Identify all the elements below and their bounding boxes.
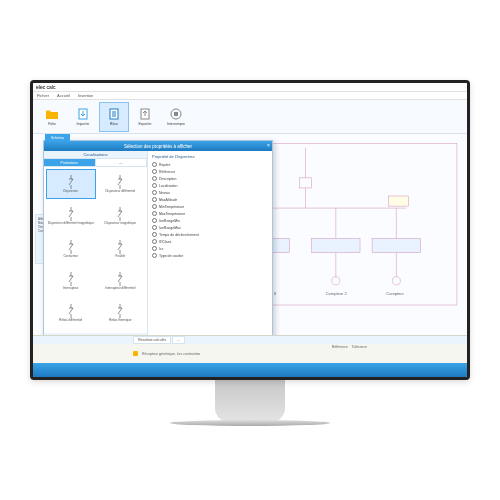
svg-rect-16: [372, 238, 420, 252]
prop-checkbox[interactable]: [152, 232, 157, 237]
prop-checkbox[interactable]: [152, 246, 157, 251]
svg-rect-7: [299, 178, 311, 188]
svg-point-21: [332, 277, 340, 285]
stop-icon: [169, 107, 183, 121]
col-tolerance: Tolérance: [352, 345, 367, 349]
svg-line-57: [69, 308, 73, 314]
breaker-icon: [66, 240, 76, 254]
ribbon-tabs: Fichier Accueil Insertion: [33, 92, 467, 100]
prop-checkbox[interactable]: [152, 183, 157, 188]
palette-header: Canalisations: [44, 151, 147, 159]
component-relais-thermique[interactable]: Relais thermique: [96, 299, 146, 329]
workarea: Compteur 3 Compteur 2 Compteur Altitude:…: [33, 134, 467, 363]
component-interrupteur[interactable]: Interrupteur: [46, 266, 96, 296]
prop-checkbox[interactable]: [152, 176, 157, 181]
export-icon: [138, 107, 152, 121]
tab-fichier[interactable]: Fichier: [37, 93, 49, 98]
svg-line-33: [69, 211, 73, 217]
prop-row-maxaltitude[interactable]: MaxAltitude: [152, 196, 268, 203]
prop-row-description[interactable]: Description: [152, 175, 268, 182]
prop-checkbox[interactable]: [152, 162, 157, 167]
property-list-header: Propriété de Disjoncteur: [152, 154, 268, 159]
ribbon-importer-button[interactable]: Importer: [68, 102, 98, 132]
component-relais-différentiel[interactable]: Relais différentiel: [46, 299, 96, 329]
import-icon: [76, 107, 90, 121]
component-fusible[interactable]: Fusible: [96, 234, 146, 264]
prop-checkbox[interactable]: [152, 169, 157, 174]
svg-rect-15: [312, 238, 360, 252]
svg-line-61: [118, 308, 122, 314]
component-disjoncteur-différentiel[interactable]: Disjoncteur différentiel: [96, 169, 146, 199]
prop-checkbox[interactable]: [152, 253, 157, 258]
prop-row-idclass[interactable]: IDClass: [152, 238, 268, 245]
results-panel: Résultats calculés ... Référence Toléran…: [33, 335, 467, 363]
component-contacteur[interactable]: Contacteur: [46, 234, 96, 264]
prop-checkbox[interactable]: [152, 190, 157, 195]
prop-checkbox[interactable]: [152, 225, 157, 230]
svg-line-45: [118, 244, 122, 250]
svg-line-29: [118, 179, 122, 185]
statusbar: [33, 363, 467, 377]
ribbon-interrompre-button[interactable]: Interrompre: [161, 102, 191, 132]
results-tab-2[interactable]: ...: [172, 336, 185, 344]
prop-checkbox[interactable]: [152, 211, 157, 216]
tab-accueil[interactable]: Accueil: [57, 93, 70, 98]
col-reference: Référence: [332, 345, 348, 349]
prop-row-temps de déclenchement[interactable]: Temps de déclenchement: [152, 231, 268, 238]
component-palette: Canalisations Protections — DisjoncteurD…: [44, 151, 148, 341]
tab-insertion[interactable]: Insertion: [78, 93, 93, 98]
breaker-icon: [66, 304, 76, 318]
palette-tab-protections[interactable]: Protections: [44, 159, 96, 166]
prop-checkbox[interactable]: [152, 218, 157, 223]
selection-dialog: Sélection des propriétés à afficher × Ca…: [43, 140, 273, 356]
warning-icon: [133, 351, 138, 356]
ribbon-exporter-button[interactable]: Exporter: [130, 102, 160, 132]
svg-line-49: [69, 276, 73, 282]
prop-row-localisation[interactable]: Localisation: [152, 182, 268, 189]
palette-tab-other[interactable]: —: [96, 159, 148, 166]
breaker-icon: [115, 240, 125, 254]
breaker-icon: [66, 175, 76, 189]
ribbon-bilan-button[interactable]: Bilan: [99, 102, 129, 132]
svg-line-25: [69, 179, 73, 185]
doc-icon: [107, 107, 121, 121]
breaker-icon: [115, 272, 125, 286]
prop-checkbox[interactable]: [152, 197, 157, 202]
breaker-icon: [115, 175, 125, 189]
device-label-2: Compteur 2: [326, 291, 348, 296]
property-list: Propriété de Disjoncteur RepèreRéférence…: [148, 151, 272, 341]
prop-checkbox[interactable]: [152, 239, 157, 244]
prop-row-référence[interactable]: Référence: [152, 168, 268, 175]
app-window: elec calc Fichier Accueil Insertion Foli…: [30, 80, 470, 380]
svg-line-53: [118, 276, 122, 282]
component-disjoncteur[interactable]: Disjoncteur: [46, 169, 96, 199]
svg-rect-10: [388, 196, 408, 206]
component-interrupteur-différentiel[interactable]: Interrupteur différentiel: [96, 266, 146, 296]
ribbon: Folio Importer Bilan Exporter Interrompr…: [33, 100, 467, 134]
prop-row-ianrangemax[interactable]: IanRangeMax: [152, 224, 268, 231]
breaker-icon: [115, 207, 125, 221]
prop-row-niveau[interactable]: Niveau: [152, 189, 268, 196]
results-tab[interactable]: Résultats calculés: [133, 336, 171, 344]
prop-row-ianrangemin[interactable]: IanRangeMin: [152, 217, 268, 224]
titlebar: elec calc: [33, 83, 467, 92]
ribbon-folio-button[interactable]: Folio: [37, 102, 67, 132]
component-disjoncteur-différentiel-magnétique[interactable]: Disjoncteur différentiel magnétique: [46, 201, 96, 231]
document-tab[interactable]: Schéma: [45, 134, 70, 141]
device-label-3: Compteur: [386, 291, 404, 296]
prop-row-mintempérature[interactable]: MinTempérature: [152, 203, 268, 210]
prop-row-icc[interactable]: Icc: [152, 245, 268, 252]
app-title: elec calc: [36, 84, 55, 90]
prop-row-type de courbe[interactable]: Type de courbe: [152, 252, 268, 259]
svg-line-37: [118, 211, 122, 217]
svg-rect-4: [174, 112, 178, 116]
close-icon[interactable]: ×: [267, 142, 270, 148]
folder-icon: [45, 107, 59, 121]
component-disjoncteur-magnétique[interactable]: Disjoncteur magnétique: [96, 201, 146, 231]
prop-row-repère[interactable]: Repère: [152, 161, 268, 168]
prop-row-maxtempérature[interactable]: MaxTempérature: [152, 210, 268, 217]
svg-line-41: [69, 244, 73, 250]
prop-checkbox[interactable]: [152, 204, 157, 209]
dialog-titlebar[interactable]: Sélection des propriétés à afficher ×: [44, 141, 272, 151]
svg-point-22: [392, 277, 400, 285]
